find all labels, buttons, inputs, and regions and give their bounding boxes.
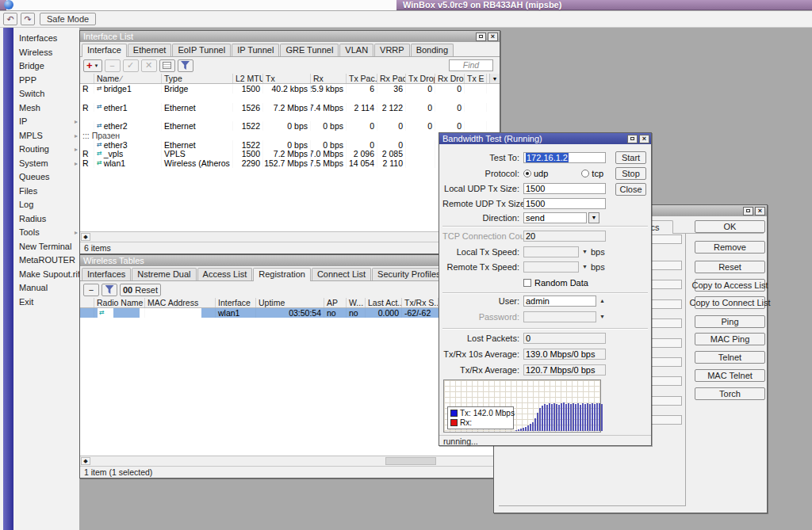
maximize-button[interactable] — [476, 32, 486, 41]
local-udp-tx-size-input[interactable]: 1500 — [523, 183, 606, 194]
comment-button[interactable] — [159, 59, 175, 72]
column-header[interactable]: Name∕ — [94, 74, 162, 84]
sidebar-item-queues[interactable]: Queues — [13, 170, 79, 185]
chevron-up-icon[interactable]: ▲ — [599, 298, 605, 303]
tab-interfaces[interactable]: Interfaces — [82, 268, 131, 280]
sidebar-item-log[interactable]: Log — [13, 198, 79, 212]
sidebar-item-interfaces[interactable]: Interfaces — [13, 32, 79, 46]
tab-connect-list[interactable]: Connect List — [312, 268, 371, 280]
user-input[interactable]: admin — [523, 296, 596, 307]
chevron-down-icon[interactable]: ▼ — [599, 314, 605, 319]
copy-to-connect-list-button[interactable]: Copy to Connect List — [695, 296, 765, 309]
reset-counters-button[interactable]: 00 Reset — [120, 284, 161, 296]
remote-udp-tx-size-input[interactable]: 1500 — [523, 198, 606, 209]
redo-button[interactable]: ↷ — [21, 13, 35, 25]
filter-button[interactable] — [178, 59, 193, 72]
column-header[interactable]: Last Act...∕ — [366, 298, 402, 308]
ping-button[interactable]: Ping — [695, 315, 765, 328]
radio-tcp[interactable] — [581, 170, 589, 177]
add-button[interactable]: +▼ — [83, 59, 102, 72]
remove-button[interactable]: − — [83, 284, 99, 296]
tab-bonding[interactable]: Bonding — [411, 44, 454, 56]
column-header[interactable]: Tx E — [465, 74, 487, 84]
table-row[interactable] — [80, 112, 500, 121]
wireless-hscrollbar[interactable]: ◆ ◆ — [80, 456, 504, 466]
find-input[interactable]: Find — [449, 59, 493, 71]
mac-ping-button[interactable]: MAC Ping — [695, 333, 765, 345]
tab-gre-tunnel[interactable]: GRE Tunnel — [280, 44, 339, 56]
interface-list-titlebar[interactable]: Interface List × — [80, 31, 500, 42]
sidebar-item-ip[interactable]: IP▸ — [13, 115, 79, 129]
tab-security-profiles[interactable]: Security Profiles — [372, 268, 446, 280]
main-window-titlebar[interactable]: WinBox v5.0rc9 on RB433AH (mipsbe) — [0, 0, 812, 10]
sidebar-item-routing[interactable]: Routing▸ — [13, 143, 79, 157]
column-header[interactable]: Rx — [311, 74, 347, 84]
remove-button[interactable]: Remove — [695, 241, 765, 254]
table-row[interactable]: R⇄wlan1Wireless (Atheros 11N)2290152.7 M… — [80, 158, 500, 168]
sidebar-item-manual[interactable]: Manual — [13, 281, 79, 296]
tab-nstreme-dual[interactable]: Nstreme Dual — [132, 268, 196, 280]
column-header[interactable]: Rx Pac... — [377, 74, 406, 84]
tab-interface[interactable]: Interface — [82, 44, 127, 57]
undo-button[interactable]: ↶ — [3, 13, 17, 25]
close-button[interactable]: × — [488, 32, 498, 41]
scroll-left-end[interactable]: ◆ — [81, 457, 90, 465]
column-header[interactable]: Tx/Rx S... — [402, 298, 439, 308]
tab-vlan[interactable]: VLAN — [339, 44, 373, 56]
sidebar-item-switch[interactable]: Switch — [13, 87, 79, 101]
column-header[interactable]: Interface — [216, 298, 256, 308]
table-row[interactable]: R⇄_vplsVPLS15007.2 Mbps7.0 Mbps2 0962 08… — [80, 150, 500, 159]
maximize-button[interactable] — [627, 135, 638, 143]
tab-registration[interactable]: Registration — [253, 268, 311, 281]
column-header[interactable]: MAC Address — [145, 298, 216, 308]
safe-mode-button[interactable]: Safe Mode — [40, 13, 96, 25]
close-button[interactable]: Close — [615, 183, 646, 196]
remove-button[interactable]: − — [105, 59, 121, 72]
sidebar-item-metarouter[interactable]: MetaROUTER — [13, 254, 79, 268]
column-header[interactable]: L2 MTU — [233, 74, 263, 84]
scroll-thumb[interactable] — [385, 457, 436, 465]
close-button[interactable]: × — [639, 135, 649, 143]
test-to-input[interactable]: 172.16.1.2 — [523, 152, 606, 163]
sidebar-item-wireless[interactable]: Wireless — [13, 46, 79, 60]
chevron-down-icon[interactable]: ▼ — [582, 249, 588, 254]
tab-ethernet[interactable]: Ethernet — [128, 44, 172, 56]
disable-button[interactable]: ✕ — [141, 59, 157, 72]
random-data-checkbox[interactable] — [523, 279, 531, 287]
column-header[interactable] — [80, 298, 94, 308]
mac-telnet-button[interactable]: MAC Telnet — [695, 369, 765, 382]
reset-button[interactable]: Reset — [695, 261, 765, 273]
sidebar-item-exit[interactable]: Exit — [13, 296, 79, 310]
scroll-left-end[interactable]: ◆ — [81, 233, 90, 241]
table-row[interactable]: ::: Празен — [80, 131, 500, 140]
sidebar-item-mpls[interactable]: MPLS▸ — [13, 129, 79, 143]
tab-access-list[interactable]: Access List — [197, 268, 253, 280]
column-header[interactable]: W... — [347, 298, 366, 308]
filter-button[interactable] — [102, 284, 117, 296]
column-header[interactable]: Tx Drops — [406, 74, 435, 84]
maximize-button[interactable] — [743, 207, 753, 215]
sidebar-item-files[interactable]: Files — [13, 185, 79, 199]
direction-dropdown-button[interactable]: ▼ — [588, 212, 599, 223]
copy-to-access-list-button[interactable]: Copy to Access List — [695, 279, 765, 292]
enable-button[interactable]: ✓ — [123, 59, 139, 72]
column-header[interactable]: AP — [324, 298, 347, 308]
ok-button[interactable]: OK — [695, 220, 765, 233]
table-row[interactable] — [80, 93, 500, 103]
column-header[interactable]: Uptime — [256, 298, 324, 308]
tab-eoip-tunnel[interactable]: EoIP Tunnel — [172, 44, 231, 56]
column-select-button[interactable]: ▼ — [489, 74, 500, 84]
sidebar-item-ppp[interactable]: PPP — [13, 74, 79, 88]
tab-vrrp[interactable]: VRRP — [374, 44, 410, 56]
bandwidth-test-titlebar[interactable]: Bandwidth Test (Running) × — [439, 133, 651, 144]
interface-hscrollbar[interactable]: ◆ — [80, 231, 500, 242]
table-row[interactable]: R⇄bridge1Bridge150040.2 kbps25.9 kbps636… — [80, 84, 500, 93]
sidebar-item-tools[interactable]: Tools▸ — [13, 226, 79, 240]
stop-button[interactable]: Stop — [615, 167, 646, 180]
column-header[interactable]: Type — [162, 74, 233, 84]
table-row[interactable]: R⇄ether1Ethernet15267.2 Mbps7.4 Mbps2 11… — [80, 103, 500, 112]
table-row[interactable]: ⇄ether2Ethernet15220 bps0 bps0000 — [80, 121, 500, 131]
chevron-down-icon[interactable]: ▼ — [582, 264, 588, 269]
tab-ip-tunnel[interactable]: IP Tunnel — [232, 44, 279, 56]
close-button[interactable]: × — [755, 207, 765, 215]
